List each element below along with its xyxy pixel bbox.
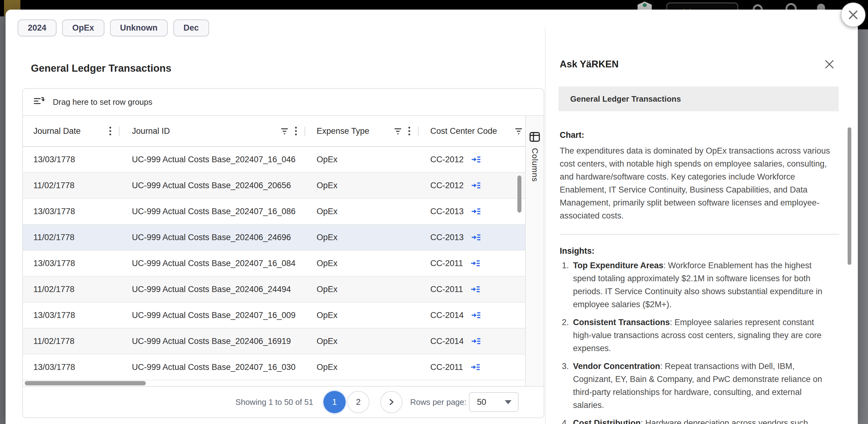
filter-icon[interactable] — [280, 127, 288, 135]
page-edge-left — [0, 17, 6, 424]
filter-icon[interactable] — [394, 127, 402, 135]
drill-into-icon[interactable] — [471, 259, 480, 267]
page-button-1[interactable]: 1 — [323, 391, 346, 413]
app-header-bar: FinOne ✦✦ — [0, 0, 868, 9]
row-groups-icon — [33, 96, 44, 108]
table-row[interactable]: 11/02/1778 UC-999 Actual Costs Base_2024… — [23, 173, 525, 199]
filter-icon[interactable] — [515, 127, 523, 135]
drill-into-icon[interactable] — [471, 311, 480, 319]
columns-panel-tab[interactable]: Columns — [525, 116, 544, 386]
list-item: 3. Vendor Concentration: Repeat transact… — [560, 360, 835, 412]
filter-chip-expense-type[interactable]: OpEx — [62, 20, 104, 36]
table-row[interactable]: 13/03/1778 UC-999 Actual Costs Base_2024… — [23, 251, 525, 277]
column-menu-icon[interactable] — [408, 126, 410, 136]
page-edge-left-top — [0, 0, 4, 17]
chart-section-label: Chart: — [560, 130, 839, 140]
rows-per-page-label: Rows per page: — [410, 397, 466, 407]
drill-into-icon[interactable] — [471, 155, 480, 163]
horizontal-scrollbar — [23, 381, 525, 386]
insights-section-label: Insights: — [560, 246, 839, 256]
ask-close-button[interactable] — [824, 59, 835, 70]
grid-section: General Ledger Transactions Drag here to… — [6, 36, 545, 424]
table-row[interactable]: 11/02/1778 UC-999 Actual Costs Base_2024… — [23, 329, 525, 355]
filter-chip-year[interactable]: 2024 — [18, 20, 57, 36]
row-group-dropzone[interactable]: Drag here to set row groups — [23, 89, 544, 116]
list-item: 2. Consistent Transactions: Employee sal… — [560, 316, 835, 355]
list-item: 4. Cost Distribution: Hardware depreciat… — [560, 417, 835, 424]
app-assistant-button: ✦✦ — [666, 2, 738, 9]
table-row[interactable]: 13/03/1778 UC-999 Actual Costs Base_2024… — [23, 303, 525, 329]
ask-divider — [560, 234, 839, 235]
grid-rows: 13/03/1778 UC-999 Actual Costs Base_2024… — [23, 147, 525, 381]
table-row[interactable]: 13/03/1778 UC-999 Actual Costs Base_2024… — [23, 199, 525, 225]
drill-into-icon[interactable] — [471, 181, 480, 189]
table-row[interactable]: 11/02/1778 UC-999 Actual Costs Base_2024… — [23, 277, 525, 303]
sparkles-icon: ✦✦ — [681, 7, 693, 9]
drill-into-icon[interactable] — [471, 207, 480, 215]
modal-close-button[interactable] — [841, 2, 866, 27]
ask-panel-scrollbar-thumb[interactable] — [847, 127, 851, 265]
search-icon — [753, 4, 763, 9]
filter-chips-row: 2024 OpEx Unknown Dec — [6, 9, 858, 36]
horizontal-scrollbar-thumb[interactable] — [25, 381, 146, 385]
page-scrollbar-track[interactable] — [858, 29, 868, 424]
drill-into-icon[interactable] — [471, 363, 480, 371]
app-logo-cube-icon — [643, 3, 647, 7]
notifications-icon — [817, 4, 825, 9]
chevron-down-icon — [505, 400, 512, 404]
page-title: General Ledger Transactions — [31, 62, 545, 74]
insights-list: 1. Top Expenditure Areas: Workforce Enab… — [560, 259, 835, 424]
grid-header-row: Journal Date Journal ID — [23, 116, 525, 147]
column-menu-icon[interactable] — [295, 126, 297, 136]
ask-query-chip: General Ledger Transactions — [558, 87, 839, 111]
row-group-hint: Drag here to set row groups — [53, 97, 152, 107]
table-row[interactable]: 13/03/1778 UC-999 Actual Costs Base_2024… — [23, 147, 525, 173]
pagination-bar: Showing 1 to 50 of 51 1 2 Rows per page:… — [23, 386, 544, 418]
chart-summary-text: The expenditures data is dominated by Op… — [560, 144, 839, 222]
pagination-summary: Showing 1 to 50 of 51 — [236, 397, 313, 407]
close-icon — [824, 59, 835, 70]
filter-chip-unknown[interactable]: Unknown — [110, 20, 168, 36]
columns-panel-label: Columns — [530, 148, 540, 182]
list-item: 1. Top Expenditure Areas: Workforce Enab… — [560, 259, 835, 311]
drill-into-icon[interactable] — [471, 285, 480, 293]
app-logo-shield-icon — [638, 2, 652, 9]
column-header-expense-type[interactable]: Expense Type — [305, 116, 418, 146]
next-page-button[interactable] — [380, 391, 402, 413]
ask-panel: Ask YäRKEN General Ledger Transactions C… — [546, 36, 858, 424]
app-logo: FinOne — [638, 2, 652, 9]
chevron-right-icon — [389, 398, 394, 406]
column-header-cost-center-code[interactable]: Cost Center Code — [418, 116, 525, 146]
vertical-scrollbar-thumb[interactable] — [518, 176, 521, 213]
table-row[interactable]: 13/03/1778 UC-999 Actual Costs Base_2024… — [23, 355, 525, 381]
close-icon — [847, 9, 859, 21]
drill-into-icon[interactable] — [471, 233, 480, 241]
columns-icon — [529, 132, 540, 142]
rows-per-page-select[interactable]: 50 — [469, 392, 519, 412]
column-menu-icon[interactable] — [109, 126, 112, 136]
grid-table: Journal Date Journal ID — [23, 116, 525, 386]
ask-panel-title: Ask YäRKEN — [560, 59, 619, 70]
column-header-journal-id[interactable]: Journal ID — [120, 116, 305, 146]
filter-chip-month[interactable]: Dec — [173, 20, 209, 36]
data-grid: Drag here to set row groups Journal Date — [22, 88, 544, 418]
user-icon — [785, 3, 797, 9]
drill-into-icon[interactable] — [471, 337, 480, 345]
table-row-selected[interactable]: 11/02/1778 UC-999 Actual Costs Base_2024… — [23, 225, 525, 251]
page-button-2[interactable]: 2 — [347, 391, 369, 413]
column-header-journal-date[interactable]: Journal Date — [23, 116, 120, 146]
gl-transactions-modal: 2024 OpEx Unknown Dec General Ledger Tra… — [6, 9, 858, 424]
